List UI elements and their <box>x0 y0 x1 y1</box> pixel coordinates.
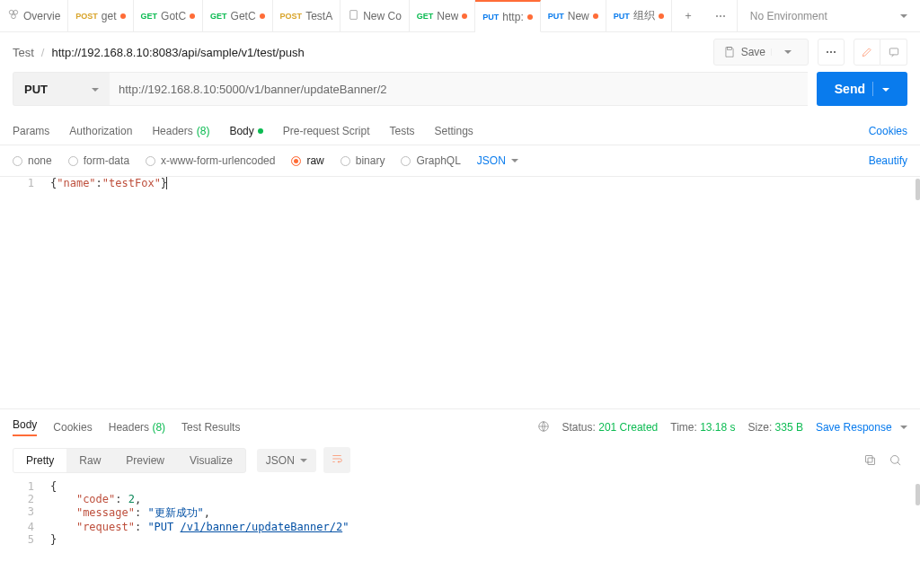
tab-authorization[interactable]: Authorization <box>69 125 132 137</box>
request-body-editor[interactable]: 1 {"name":"testFox"} <box>0 176 920 409</box>
dirty-dot-icon <box>120 13 126 19</box>
chevron-down-icon <box>295 454 307 467</box>
search-icon <box>889 453 902 467</box>
raw-format-select[interactable]: JSON <box>477 154 518 167</box>
radio-urlencoded[interactable]: x-www-form-urlencoded <box>146 154 275 167</box>
tab-label: GotC <box>161 10 186 22</box>
breadcrumb-sep: / <box>41 46 45 59</box>
chevron-down-icon <box>895 10 907 22</box>
edit-button[interactable] <box>854 39 880 66</box>
resp-tab-headers[interactable]: Headers (8) <box>109 421 165 434</box>
resp-tab-body[interactable]: Body <box>13 418 37 436</box>
tab-4[interactable]: POSTTestA <box>273 0 341 31</box>
view-preview[interactable]: Preview <box>113 449 177 472</box>
radio-icon <box>146 156 155 166</box>
new-tab-button[interactable]: ＋ <box>672 0 704 31</box>
code-line: "code": 2, <box>50 493 920 505</box>
chevron-down-icon[interactable] <box>771 48 799 56</box>
tab-6[interactable]: GETNew <box>410 0 476 31</box>
globe-icon[interactable] <box>537 420 550 435</box>
chevron-down-icon[interactable] <box>872 82 889 96</box>
tab-label: New <box>437 10 458 22</box>
headers-count: (8) <box>197 125 210 137</box>
tab-settings[interactable]: Settings <box>435 125 473 137</box>
radio-icon <box>291 156 301 166</box>
dirty-dot-icon <box>527 14 533 20</box>
status-label: Status: <box>562 421 596 434</box>
tab-7[interactable]: PUThttp: <box>475 0 540 32</box>
comment-icon <box>888 46 900 58</box>
svg-rect-7 <box>868 458 875 465</box>
radio-raw[interactable]: raw <box>291 154 323 167</box>
tab-9[interactable]: PUT组织 <box>606 0 672 31</box>
url-input[interactable] <box>110 72 808 106</box>
dirty-dot-icon <box>190 13 195 19</box>
tab-2[interactable]: GETGotC <box>134 0 204 31</box>
method-select[interactable]: PUT <box>13 72 110 106</box>
comment-button[interactable] <box>880 39 907 66</box>
send-label: Send <box>835 82 865 96</box>
wrap-lines-button[interactable] <box>323 447 350 473</box>
save-response-button[interactable]: Save Response <box>816 421 907 434</box>
dirty-dot-icon <box>260 13 265 19</box>
tab-overflow-button[interactable]: ⋯ <box>704 0 737 31</box>
radio-icon <box>401 156 411 166</box>
resp-tab-tests[interactable]: Test Results <box>181 421 240 434</box>
tab-label: 组织 <box>633 8 655 23</box>
dirty-dot-icon <box>593 13 598 19</box>
tab-1[interactable]: POSTget <box>68 0 133 31</box>
line-number: 5 <box>0 533 50 546</box>
tab-3[interactable]: GETGetC <box>203 0 273 31</box>
view-pretty[interactable]: Pretty <box>13 449 66 472</box>
response-format-select[interactable]: JSON <box>257 449 316 472</box>
status-value: 201 Created <box>598 421 658 434</box>
view-raw[interactable]: Raw <box>66 449 113 472</box>
radio-graphql[interactable]: GraphQL <box>401 154 460 167</box>
method-badge: PUT <box>482 13 499 22</box>
method-badge: PUT <box>614 12 630 21</box>
document-icon <box>348 9 359 23</box>
size-label: Size: <box>748 421 773 434</box>
ellipsis-icon: ⋯ <box>826 46 836 58</box>
search-response-button[interactable] <box>882 448 907 473</box>
tab-label: New <box>568 10 589 22</box>
code-line: { <box>50 480 920 493</box>
headers-count: (8) <box>152 421 165 434</box>
tab-overview[interactable]: Overvie <box>0 0 68 31</box>
tab-prerequest[interactable]: Pre-request Script <box>283 125 370 137</box>
environment-select[interactable]: No Environment <box>737 0 920 31</box>
scrollbar-thumb[interactable] <box>916 179 920 200</box>
beautify-link[interactable]: Beautify <box>869 154 907 167</box>
code-line: {"name":"testFox"} <box>50 177 920 189</box>
tab-headers[interactable]: Headers (8) <box>152 125 209 137</box>
method-badge: GET <box>141 12 158 21</box>
scrollbar-thumb[interactable] <box>916 484 920 505</box>
copy-response-button[interactable] <box>857 448 882 473</box>
radio-none[interactable]: none <box>13 154 52 167</box>
line-number: 4 <box>0 521 50 533</box>
radio-binary[interactable]: binary <box>341 154 385 167</box>
tab-tests[interactable]: Tests <box>389 125 414 137</box>
send-button[interactable]: Send <box>817 72 907 106</box>
radio-icon <box>13 156 22 166</box>
svg-rect-5 <box>889 48 898 55</box>
tab-8[interactable]: PUTNew <box>541 0 606 31</box>
breadcrumb-root[interactable]: Test <box>13 46 34 59</box>
svg-point-2 <box>12 14 16 19</box>
view-visualize[interactable]: Visualize <box>177 449 245 472</box>
tab-params[interactable]: Params <box>13 125 49 137</box>
radio-label: x-www-form-urlencoded <box>161 154 275 167</box>
tab-5[interactable]: New Co <box>341 0 410 31</box>
more-actions-button[interactable]: ⋯ <box>818 39 845 66</box>
tab-label: get <box>102 10 117 22</box>
line-number: 2 <box>0 493 50 505</box>
save-button[interactable]: Save <box>713 39 809 66</box>
tab-label: New Co <box>363 10 402 22</box>
pencil-icon <box>861 46 873 58</box>
radio-formdata[interactable]: form-data <box>68 154 129 167</box>
chevron-down-icon <box>895 421 907 434</box>
response-body-editor[interactable]: 1{ 2 "code": 2, 3 "message": "更新成功", 4 "… <box>0 480 920 555</box>
tab-body[interactable]: Body <box>229 125 262 137</box>
cookies-link[interactable]: Cookies <box>869 125 907 137</box>
resp-tab-cookies[interactable]: Cookies <box>53 421 92 434</box>
